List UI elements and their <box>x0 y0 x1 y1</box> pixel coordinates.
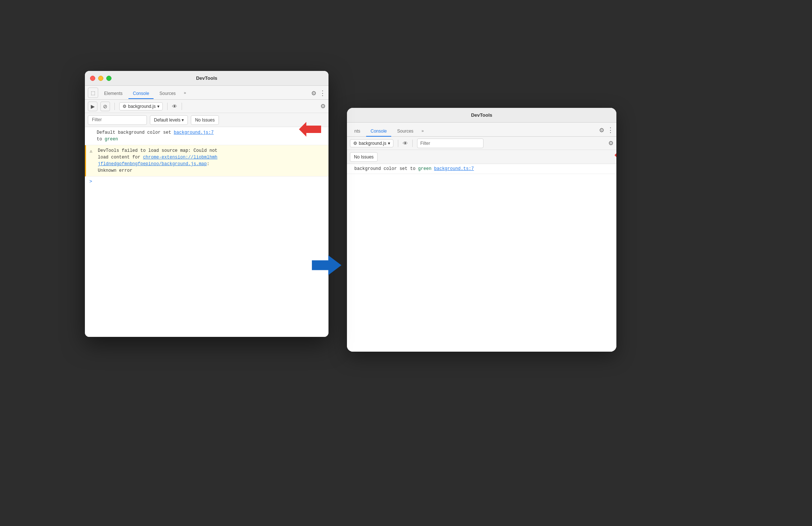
divider2 <box>167 103 168 110</box>
console-message-warning: ⚠ DevTools failed to load source map: Co… <box>85 145 328 177</box>
background-js-link-1[interactable]: background.js:7 <box>174 130 214 135</box>
eye-icon[interactable]: 👁 <box>172 103 177 109</box>
divider1 <box>114 103 115 110</box>
right-gear-file-icon: ⚙ <box>353 141 357 146</box>
traffic-lights <box>90 76 111 81</box>
green-value-1: green <box>105 137 118 142</box>
filter-input[interactable]: Filter <box>88 115 147 125</box>
right-more-options-icon[interactable]: ⋮ <box>607 126 613 134</box>
left-window-title: DevTools <box>196 75 217 81</box>
right-divider1 <box>398 140 398 147</box>
right-title-bar: DevTools <box>347 108 616 123</box>
minimize-button[interactable] <box>98 76 103 81</box>
play-icon[interactable]: ▶ <box>88 102 97 111</box>
right-tab-elements-partial[interactable]: nts <box>350 126 365 137</box>
tab-sources[interactable]: Sources <box>155 89 180 99</box>
left-console-toolbar: ▶ ⊘ ⚙ background.js ▾ 👁 ⚙ <box>85 100 328 113</box>
toolbar-gear-icon[interactable]: ⚙ <box>320 103 326 110</box>
gear-file-icon: ⚙ <box>123 104 127 109</box>
file-name: background.js <box>128 104 156 109</box>
svg-marker-1 <box>312 255 341 275</box>
right-tab-console[interactable]: Console <box>366 126 391 137</box>
warning-icon: ⚠ <box>90 148 92 155</box>
blue-arrow <box>312 254 341 278</box>
no-issues-button[interactable]: No Issues <box>191 115 219 125</box>
left-console-content: Default background color set background.… <box>85 127 328 337</box>
red-arrow-right <box>615 148 616 164</box>
right-msg-before: background color set to <box>354 166 418 171</box>
svg-marker-0 <box>299 122 321 137</box>
close-button[interactable] <box>90 76 95 81</box>
right-no-issues-bar: No Issues <box>347 150 616 164</box>
settings-icon[interactable]: ⚙ <box>311 90 316 97</box>
tab-more[interactable]: » <box>182 89 188 96</box>
tab-elements[interactable]: Elements <box>100 89 127 99</box>
left-devtools-window: DevTools ⬚ Elements Console Sources » ⚙ … <box>85 71 328 337</box>
svg-marker-2 <box>615 148 616 163</box>
right-toolbar-gear-icon[interactable]: ⚙ <box>608 140 613 147</box>
left-tab-bar: ⬚ Elements Console Sources » ⚙ ⋮ <box>85 86 328 100</box>
right-eye-icon[interactable]: 👁 <box>403 140 408 146</box>
right-divider2 <box>412 140 413 147</box>
background-ts-link[interactable]: background.ts:7 <box>434 166 474 171</box>
right-tab-sources[interactable]: Sources <box>393 126 418 137</box>
right-tab-more[interactable]: » <box>419 127 426 134</box>
dropdown-icon: ▾ <box>157 104 159 109</box>
maximize-button[interactable] <box>106 76 111 81</box>
right-settings-icon[interactable]: ⚙ <box>599 127 604 134</box>
right-devtools-window: DevTools nts Console Sources » ⚙ ⋮ ⚙ <box>347 108 616 352</box>
right-dropdown-icon: ▾ <box>388 141 390 146</box>
right-window-title: DevTools <box>471 112 492 118</box>
right-console-toolbar: ⚙ background.js ▾ 👁 Filter ⚙ <box>347 137 616 150</box>
right-console-message-info: background color set to green background… <box>347 164 616 174</box>
right-tab-bar: nts Console Sources » ⚙ ⋮ <box>347 123 616 137</box>
left-title-bar: DevTools <box>85 71 328 86</box>
right-filter-input[interactable]: Filter <box>417 139 484 148</box>
console-message-info: Default background color set background.… <box>85 127 328 145</box>
right-no-issues-button[interactable]: No Issues <box>350 152 378 162</box>
default-levels-button[interactable]: Default levels ▾ <box>150 115 188 125</box>
file-selector[interactable]: ⚙ background.js ▾ <box>119 102 163 110</box>
console-prompt[interactable]: > <box>85 177 328 187</box>
cursor-icon: ⬚ <box>88 88 98 98</box>
right-console-content: background color set to green background… <box>347 164 616 352</box>
tab-console[interactable]: Console <box>128 89 154 99</box>
red-arrow-left <box>299 122 321 140</box>
block-icon[interactable]: ⊘ <box>100 102 110 111</box>
more-options-icon[interactable]: ⋮ <box>319 89 326 97</box>
right-green-value: green <box>418 166 431 171</box>
divider3 <box>182 103 182 110</box>
left-filter-bar: Filter Default levels ▾ No Issues <box>85 113 328 127</box>
right-file-name: background.js <box>359 141 386 146</box>
right-file-selector[interactable]: ⚙ background.js ▾ <box>350 139 393 147</box>
extension-link[interactable]: chrome-extension://liobmlhmhjfldnedgofmn… <box>98 155 217 167</box>
